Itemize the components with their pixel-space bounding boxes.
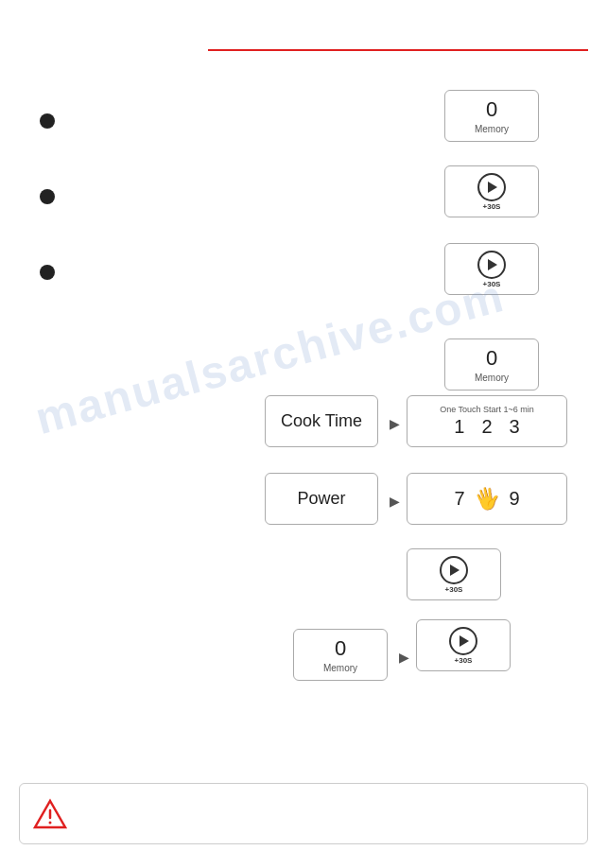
bullet-point-1: [40, 113, 55, 129]
play30-icon-4: +30S: [449, 627, 477, 665]
number-2[interactable]: 2: [481, 416, 492, 438]
warning-icon: [33, 797, 67, 831]
memory-button-2[interactable]: 0 Memory: [444, 339, 539, 391]
power-num-9[interactable]: 9: [510, 488, 520, 510]
hand-cursor-icon: 🖐: [472, 483, 503, 513]
memory-button-3[interactable]: 0 Memory: [293, 629, 388, 681]
power-button[interactable]: Power: [265, 473, 378, 525]
one-touch-label: One Touch Start 1~6 min: [440, 405, 534, 414]
number-3[interactable]: 3: [510, 416, 520, 438]
plus30s-button-1[interactable]: +30S: [444, 165, 539, 217]
plus30s-button-2[interactable]: +30S: [444, 243, 539, 295]
memory-value-3: 0: [335, 636, 346, 661]
power-panel: 7 🖐 9: [407, 473, 567, 525]
power-arrow: ▶: [390, 494, 400, 509]
memory-bottom-arrow: ▶: [399, 650, 409, 665]
svg-point-2: [49, 821, 52, 824]
memory-button-1[interactable]: 0 Memory: [444, 90, 539, 142]
cook-time-label: Cook Time: [281, 411, 362, 431]
power-num-7[interactable]: 7: [454, 488, 464, 510]
cook-time-arrow: ▶: [390, 416, 400, 431]
cook-time-button[interactable]: Cook Time: [265, 395, 378, 447]
one-touch-panel: One Touch Start 1~6 min 1 2 3: [407, 395, 567, 447]
plus30s-button-4[interactable]: +30S: [416, 619, 511, 671]
memory-label-2: Memory: [475, 373, 509, 383]
play30-icon-3: +30S: [440, 556, 468, 594]
memory-value-1: 0: [486, 97, 497, 122]
number-1[interactable]: 1: [454, 416, 464, 438]
top-divider-line: [208, 49, 588, 51]
memory-label-1: Memory: [475, 124, 509, 134]
one-touch-numbers: 1 2 3: [454, 416, 519, 438]
memory-value-2: 0: [486, 346, 497, 371]
power-label: Power: [297, 489, 345, 509]
plus30s-button-3[interactable]: +30S: [407, 548, 501, 600]
play30-icon-1: +30S: [477, 173, 506, 211]
memory-label-3: Memory: [323, 663, 357, 673]
play30-icon-2: +30S: [477, 251, 506, 288]
bullet-point-2: [40, 189, 55, 204]
bullet-point-3: [40, 265, 55, 280]
warning-bar: [19, 783, 588, 844]
